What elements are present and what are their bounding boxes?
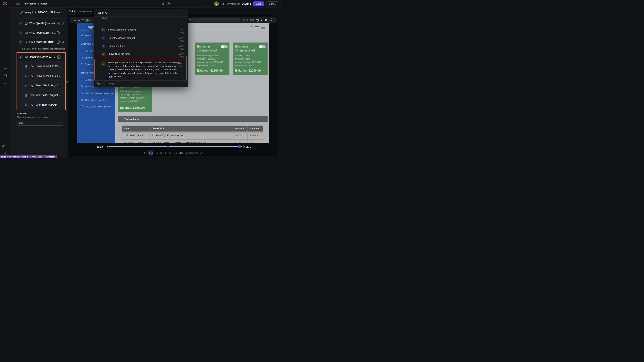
- video-camera-icon[interactable]: [0, 67, 11, 71]
- back-arrow-icon[interactable]: [73, 19, 76, 22]
- edit-pencil-icon[interactable]: [62, 40, 64, 44]
- workflow-tree-icon[interactable]: [0, 74, 11, 77]
- card-toggle-off[interactable]: OFF: [221, 45, 228, 48]
- substep-row[interactable]: Click Tag="INPUT": [17, 100, 65, 110]
- column-header-description[interactable]: Description: [150, 126, 233, 131]
- text-input-icon: Ia: [101, 36, 106, 40]
- verification-row: Is the user on the dashboard page after …: [11, 47, 67, 51]
- step-passed-check-icon: [56, 31, 60, 35]
- transactions-body: Date Description Amount Balance 2023-08-…: [118, 122, 268, 143]
- breadcrumb-tests[interactable]: Tests: [14, 2, 20, 5]
- step-text: Write: [29, 22, 36, 25]
- transaction-row-highlighted[interactable]: 2023-08-04 06:03 845320452 (DPT) - Onlin…: [122, 131, 263, 139]
- step-group-header[interactable]: 4 Deposit $40 to S...: [17, 53, 65, 61]
- fullscreen-expand-icon[interactable]: [200, 152, 203, 155]
- edit-pencil-icon[interactable]: [62, 22, 64, 25]
- assistant-message-list[interactable]: html Select Account for deposit 11:03 PM…: [94, 16, 188, 80]
- substep-text: Select 524 in: [36, 84, 51, 87]
- sidebar-resize-handle[interactable]: [67, 7, 68, 158]
- account-card-money-market[interactable]: Benjamin Johnson Ward OFF Account: Money…: [195, 42, 230, 75]
- substep-row[interactable]: Select 524 in Tag="...: [17, 81, 65, 90]
- tab-video[interactable]: Video: [69, 10, 76, 12]
- card-toggle-off[interactable]: OFF: [259, 45, 266, 48]
- html-link[interactable]: html: [102, 17, 106, 19]
- step-text-bold: "jsmith@demo.i...: [36, 22, 56, 25]
- bank-nav-label: Transfer Between Accounts: [85, 92, 113, 95]
- bank-user-avatar[interactable]: [260, 24, 266, 29]
- linux-penguin-icon: [260, 18, 263, 22]
- save-button[interactable]: Save: [253, 1, 264, 6]
- account-card-savings[interactable]: Benjamin Johnson Ward OFF Account: Savin…: [233, 42, 268, 75]
- text-input-glyph: Ia: [102, 37, 104, 39]
- step-text-bold: "Demo123!": [36, 31, 50, 34]
- us-flag-icon[interactable]: [255, 26, 258, 28]
- playhead-handle[interactable]: [238, 145, 241, 148]
- step-row-3[interactable]: 3 Click Tag="BUTTON" ...: [11, 37, 67, 47]
- navigate-step[interactable]: Navigate to ${BASE_URL}/ban...: [11, 9, 67, 17]
- column-header-amount[interactable]: Amount: [233, 126, 248, 131]
- bank-nav-label: Checking: [85, 50, 94, 52]
- cursor-click-icon: [31, 74, 34, 77]
- bug-icon[interactable]: [161, 2, 164, 5]
- navigate-step-prefix: Navigate to: [24, 11, 38, 14]
- substep-row[interactable]: Write "40" in Tag="I...: [17, 90, 65, 100]
- bank-nav-visa-transfer[interactable]: VISA Direct Transfer: [77, 98, 115, 102]
- transaction-amount: $-131.00: [233, 139, 248, 143]
- clipboard-icon: [25, 94, 28, 97]
- speed-0.5x-active[interactable]: 0.5x: [148, 150, 153, 156]
- bank-nav-mastercard-transfer[interactable]: Mastercard Direct Transfer: [77, 105, 115, 109]
- info-icon[interactable]: i: [270, 18, 273, 21]
- tab-copilot-view[interactable]: Copilot view: [79, 10, 92, 12]
- assistant-input-area: [94, 80, 188, 87]
- collapse-chevron-icon[interactable]: [53, 56, 56, 59]
- cancel-button[interactable]: Cancel: [266, 1, 279, 6]
- play-icon[interactable]: [143, 152, 146, 154]
- flask-icon[interactable]: [0, 81, 11, 84]
- avatar[interactable]: B: [214, 1, 219, 6]
- message-input[interactable]: [97, 82, 181, 85]
- substep-row[interactable]: I have clicked on the...: [17, 61, 65, 71]
- bank-nav-transfer-between-accounts[interactable]: Transfer Between Accounts: [77, 91, 115, 96]
- help-icon[interactable]: [167, 2, 170, 5]
- transaction-description: 845320368 (TRN) - Transfer to Account (4…: [150, 139, 233, 143]
- forward-arrow-icon[interactable]: [78, 19, 80, 22]
- account-balance: Balance: $2000.00: [235, 69, 261, 72]
- edit-pencil-icon[interactable]: [62, 31, 64, 34]
- step-text-bold: Tag="BUTTON": [36, 40, 54, 43]
- sign-in-icon: [81, 78, 84, 81]
- substep-row[interactable]: I have clicked on the...: [17, 71, 65, 81]
- live-label[interactable]: LIVE: [246, 146, 251, 148]
- column-header-balance[interactable]: Balance: [248, 126, 263, 131]
- skip-inactive-toggle[interactable]: [179, 152, 184, 154]
- scrubber-marker[interactable]: [167, 146, 169, 148]
- transactions-table: Date Description Amount Balance 2023-08-…: [122, 126, 263, 143]
- speed-4x[interactable]: 4x: [164, 152, 167, 154]
- step-row-2[interactable]: 2 Write "Demo123!" in ...: [11, 28, 67, 37]
- bank-nav-label: Deposit: [85, 79, 92, 81]
- playback-scrubber[interactable]: [107, 146, 242, 147]
- speed-16x[interactable]: 16x: [174, 152, 177, 154]
- substep-text-bold: Tag="INPUT": [42, 103, 57, 106]
- bank-help-icon[interactable]: ?: [250, 25, 253, 28]
- cx-logo[interactable]: CX: [2, 1, 7, 6]
- step-row-1[interactable]: 1 Write "jsmith@demo.i...: [11, 19, 67, 28]
- step-number: 1: [18, 21, 23, 26]
- html-link[interactable]: html: [108, 76, 112, 78]
- scrubber-marker[interactable]: [108, 146, 109, 148]
- assistant-title: Relicx AI: [97, 11, 108, 14]
- left-icon-rail: +: [0, 7, 11, 158]
- panel-scrollbar[interactable]: [186, 56, 187, 78]
- transaction-row[interactable]: 2023-08-03 00:08 845320368 (TRN) - Trans…: [122, 139, 263, 143]
- edit-pencil-icon[interactable]: [62, 55, 65, 59]
- speed-2x[interactable]: 2x: [160, 152, 162, 154]
- step-number: 4: [18, 54, 23, 60]
- column-header-date[interactable]: Date: [122, 126, 150, 131]
- chrome-browser-icon: [265, 19, 268, 21]
- bank-nav-label: VISA Direct Transfer: [85, 99, 106, 101]
- speed-1x[interactable]: 1x: [156, 152, 158, 154]
- refresh-icon[interactable]: [82, 19, 84, 22]
- environment-value[interactable]: Staging: [242, 2, 251, 5]
- speed-8x[interactable]: 8x: [169, 152, 172, 154]
- logo-x: X: [4, 1, 7, 5]
- command-select[interactable]: Click: [16, 120, 64, 126]
